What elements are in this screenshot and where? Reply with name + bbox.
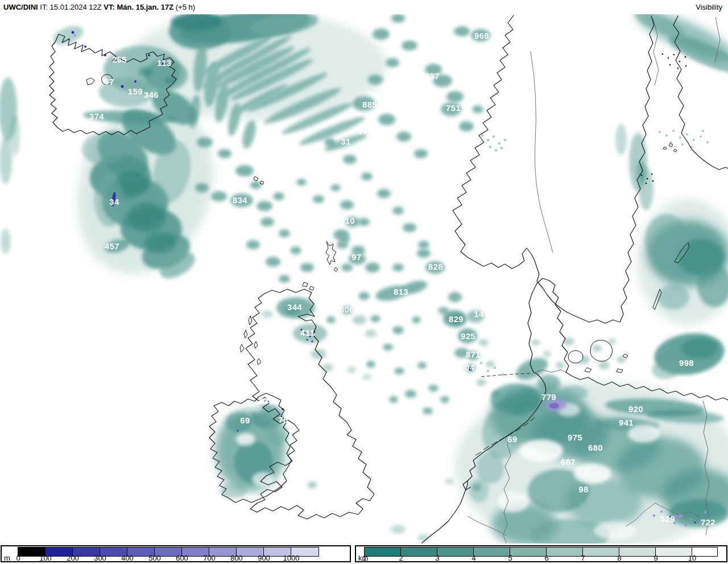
legend-tick-label: 7	[581, 554, 585, 562]
legend-tick-label: 700	[203, 554, 216, 562]
legend-kilometers-colorbar	[364, 547, 718, 557]
map-svg	[0, 14, 728, 544]
legend-tick-label: 4	[471, 554, 475, 562]
legend-tick-label: 200	[67, 554, 79, 562]
shetland-coast	[326, 241, 338, 271]
weather-map-screen: UWC/DINI IT: 15.01.2024 12Z VT: Mán. 15.…	[0, 0, 728, 564]
legend-tick-label: 500	[148, 554, 161, 562]
legend-kilometers: km 12345678910	[355, 545, 727, 562]
legend-color-segment	[437, 547, 474, 556]
legend-tick-label: 2	[399, 554, 403, 562]
legend-color-segment	[474, 547, 510, 556]
map-canvas: 2651136715934637435968814937885751973183…	[0, 14, 728, 544]
legend-tick-label: 300	[94, 554, 106, 562]
legend-meters-colorbar	[18, 547, 319, 557]
run-info-part: (+5 h)	[173, 3, 195, 11]
norway-sweden-coast	[453, 15, 654, 323]
fog-field	[0, 14, 728, 544]
run-info-part: UWC/DINI	[3, 3, 38, 11]
legend-tick-label: 9	[653, 554, 657, 562]
legend-color-segment	[401, 547, 437, 556]
legend-tick-label: 1000	[283, 554, 300, 562]
legend-meters-unit: m	[4, 554, 10, 562]
legend-tick-label: 0	[16, 554, 20, 562]
legend-color-segment	[365, 547, 401, 556]
legend-tick-label: 100	[39, 554, 52, 562]
legend-meters: m 01002003004005006007008009001000	[1, 545, 351, 562]
legend-tick-label: 800	[230, 554, 243, 562]
legend-tick-label: 10	[688, 554, 696, 562]
run-info: UWC/DINI IT: 15.01.2024 12Z VT: Mán. 15.…	[3, 3, 195, 11]
legend-tick-label: 600	[176, 554, 188, 562]
legend-color-segment	[619, 547, 656, 556]
denmark-coast	[528, 278, 569, 372]
legend-row: m 01002003004005006007008009001000 km 12…	[0, 544, 728, 564]
hebrides-coast	[240, 316, 261, 365]
legend-tick-label: 8	[617, 554, 621, 562]
legend-tick-label: 6	[544, 554, 548, 562]
titlebar: UWC/DINI IT: 15.01.2024 12Z VT: Mán. 15.…	[0, 0, 728, 14]
legend-color-segment	[656, 547, 692, 556]
legend-tick-label: 3	[435, 554, 439, 562]
legend-tick-label: 5	[508, 554, 512, 562]
legend-tick-label: 1	[362, 554, 366, 562]
legend-color-segment	[547, 547, 583, 556]
legend-tick-label: 900	[258, 554, 270, 562]
run-info-part: IT: 15.01.2024 12Z	[38, 3, 104, 11]
product-title: Visibility	[696, 3, 722, 11]
legend-color-segment	[510, 547, 547, 556]
legend-tick-label: 400	[121, 554, 134, 562]
run-info-part: VT: Mán. 15.jan. 17Z	[104, 3, 173, 11]
legend-color-segment	[583, 547, 619, 556]
